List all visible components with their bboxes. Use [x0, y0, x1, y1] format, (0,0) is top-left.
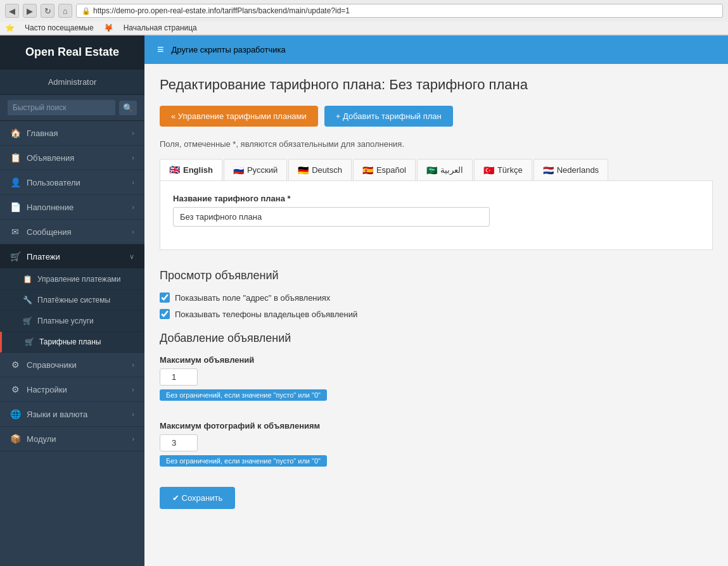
sidebar-logo: Open Real Estate	[0, 35, 144, 70]
tab-english[interactable]: 🇬🇧 English	[160, 159, 222, 180]
modules-arrow-icon: ›	[132, 435, 134, 443]
app-layout: Open Real Estate Administrator 🔍 🏠 Главн…	[0, 35, 728, 566]
settings-arrow-icon: ›	[132, 386, 134, 393]
show-phones-checkbox[interactable]	[160, 309, 170, 319]
show-address-label: Показывать поле "адрес" в объявлениях	[175, 293, 330, 303]
tariff-name-input[interactable]	[173, 207, 490, 227]
flag-nl: 🇳🇱	[543, 165, 554, 175]
submenu-item-tariff-plans[interactable]: 🛒 Тарифные планы	[0, 332, 144, 353]
max-listings-hint: Без ограничений, если значение "пусто" и…	[160, 389, 327, 401]
content-arrow-icon: ›	[132, 203, 134, 211]
sidebar-item-users[interactable]: 👤 Пользователи ›	[0, 170, 144, 195]
sidebar-item-directories[interactable]: ⚙ Справочники ›	[0, 353, 144, 377]
listings-arrow-icon: ›	[132, 154, 134, 161]
section-view-header: Просмотр объявлений	[160, 263, 713, 282]
submenu-payment-systems-label: Платёжные системы	[37, 296, 110, 305]
submenu-item-payment-systems[interactable]: 🔧 Платёжные системы	[0, 290, 144, 311]
add-tariff-plan-button[interactable]: + Добавить тарифный план	[324, 106, 453, 127]
sidebar-item-payments[interactable]: 🛒 Платежи ∨	[0, 244, 144, 269]
sidebar-item-settings[interactable]: ⚙ Настройки ›	[0, 377, 144, 402]
hamburger-button[interactable]: ≡	[157, 43, 164, 56]
submenu-item-paid-services[interactable]: 🛒 Платные услуги	[0, 311, 144, 332]
sidebar-item-languages-label: Языки и валюта	[27, 410, 87, 419]
action-buttons: « Управление тарифными планами + Добавит…	[160, 106, 713, 127]
form-notice: Поля, отмеченные *, являются обязательны…	[160, 139, 713, 149]
payment-management-icon: 📋	[23, 275, 32, 284]
search-input[interactable]	[8, 100, 115, 115]
paid-services-icon: 🛒	[23, 317, 32, 325]
forward-button[interactable]: ▶	[23, 4, 37, 18]
sidebar: Open Real Estate Administrator 🔍 🏠 Главн…	[0, 35, 144, 566]
browser-toolbar: ◀ ▶ ↻ ⌂ 🔒 https://demo-pro.open-real-est…	[0, 0, 728, 22]
submenu-paid-services-label: Платные услуги	[37, 317, 94, 325]
tariff-name-group: Название тарифного плана *	[173, 194, 699, 227]
back-to-management-button[interactable]: « Управление тарифными планами	[160, 106, 318, 127]
sidebar-item-modules-label: Модули	[27, 434, 56, 444]
settings-icon: ⚙	[10, 384, 20, 394]
tariff-name-label: Название тарифного плана *	[173, 194, 699, 203]
payments-submenu: 📋 Управление платежами 🔧 Платёжные систе…	[0, 269, 144, 353]
payments-arrow-icon: ∨	[129, 253, 134, 261]
content-icon: 📄	[10, 202, 20, 212]
show-address-checkbox[interactable]	[160, 292, 170, 303]
back-button[interactable]: ◀	[5, 4, 19, 18]
url-text: https://demo-pro.open-real-estate.info/t…	[93, 6, 350, 15]
tab-dutch[interactable]: 🇳🇱 Nederlands	[533, 159, 609, 180]
sidebar-menu: 🏠 Главная › 📋 Объявления › 👤 Пользовател…	[0, 121, 144, 566]
messages-icon: ✉	[10, 227, 20, 237]
bookmark-home[interactable]: Начальная страница	[124, 23, 197, 32]
sidebar-item-home[interactable]: 🏠 Главная ›	[0, 121, 144, 146]
save-button[interactable]: ✔ Сохранить	[160, 487, 235, 509]
section-add-header: Добавление объявлений	[160, 325, 713, 345]
tab-german[interactable]: 🇩🇪 Deutsch	[288, 159, 352, 180]
directories-icon: ⚙	[10, 360, 20, 370]
checkbox-show-phones: Показывать телефоны владельцев объявлени…	[160, 309, 713, 319]
flag-en: 🇬🇧	[169, 165, 180, 175]
address-bar[interactable]: 🔒 https://demo-pro.open-real-estate.info…	[76, 4, 723, 18]
language-tabs: 🇬🇧 English 🇷🇺 Русский 🇩🇪 Deutsch 🇪🇸 Espa…	[160, 159, 713, 181]
directories-arrow-icon: ›	[132, 361, 134, 368]
languages-arrow-icon: ›	[132, 410, 134, 418]
sidebar-item-home-label: Главная	[27, 129, 58, 138]
flag-es: 🇪🇸	[362, 165, 373, 175]
home-button[interactable]: ⌂	[58, 4, 72, 18]
form-card: Название тарифного плана *	[160, 181, 713, 250]
payments-icon: 🛒	[10, 251, 20, 261]
show-phones-label: Показывать телефоны владельцев объявлени…	[175, 310, 357, 319]
search-button[interactable]: 🔍	[119, 101, 137, 115]
content-area: Редактирование тарифного плана: Без тари…	[144, 64, 728, 522]
sidebar-item-directories-label: Справочники	[27, 360, 77, 370]
tab-arabic-label: العربية	[440, 165, 463, 175]
tab-turkish[interactable]: 🇹🇷 Türkçe	[474, 159, 532, 180]
bookmark-frequent[interactable]: Часто посещаемые	[25, 23, 94, 32]
sidebar-item-listings[interactable]: 📋 Объявления ›	[0, 146, 144, 170]
sidebar-item-languages[interactable]: 🌐 Языки и валюта ›	[0, 402, 144, 427]
submenu-tariff-plans-label: Тарифные планы	[39, 337, 101, 346]
tab-spanish[interactable]: 🇪🇸 Español	[353, 159, 416, 180]
sidebar-item-messages[interactable]: ✉ Сообщения ›	[0, 220, 144, 244]
browser-chrome: ◀ ▶ ↻ ⌂ 🔒 https://demo-pro.open-real-est…	[0, 0, 728, 35]
refresh-button[interactable]: ↻	[41, 4, 54, 18]
tab-arabic[interactable]: 🇸🇦 العربية	[417, 159, 473, 180]
max-photos-group: Максимум фотографий к объявлениям Без ог…	[160, 421, 713, 477]
checkbox-show-address: Показывать поле "адрес" в объявлениях	[160, 292, 713, 303]
sidebar-item-listings-label: Объявления	[27, 153, 74, 163]
sidebar-item-users-label: Пользователи	[27, 178, 80, 187]
bookmarks-bar: ⭐ Часто посещаемые 🦊 Начальная страница	[0, 22, 728, 35]
tab-russian[interactable]: 🇷🇺 Русский	[224, 159, 287, 180]
users-arrow-icon: ›	[132, 179, 134, 186]
tab-german-label: Deutsch	[312, 165, 342, 175]
sidebar-item-modules[interactable]: 📦 Модули ›	[0, 427, 144, 451]
sidebar-item-content[interactable]: 📄 Наполнение ›	[0, 195, 144, 220]
lock-icon: 🔒	[82, 7, 91, 15]
home-icon: 🏠	[10, 128, 20, 138]
tariff-plans-icon: 🛒	[25, 337, 34, 346]
listings-icon: 📋	[10, 153, 20, 163]
submenu-item-payment-management[interactable]: 📋 Управление платежами	[0, 269, 144, 290]
max-photos-input[interactable]	[160, 434, 198, 451]
sidebar-item-content-label: Наполнение	[27, 203, 73, 212]
tab-dutch-label: Nederlands	[557, 165, 599, 175]
bookmark-icon-1: ⭐	[5, 23, 15, 32]
max-listings-input[interactable]	[160, 368, 198, 386]
top-nav: ≡ Другие скрипты разработчика	[144, 35, 728, 64]
